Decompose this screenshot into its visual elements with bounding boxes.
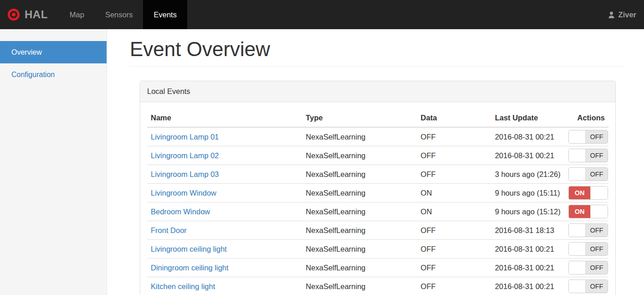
table-row: Front DoorNexaSelfLearningOFF2016-08-31 …: [147, 221, 608, 240]
nav-item-sensors[interactable]: Sensors: [95, 0, 143, 29]
toggle-switch[interactable]: OFF: [568, 261, 608, 274]
brand[interactable]: HAL: [0, 0, 54, 29]
event-name-cell: Livingroom Lamp 01: [147, 127, 302, 146]
event-data-cell: OFF: [417, 240, 491, 259]
event-last-update-cell: 9 hours ago (15:12): [491, 202, 565, 221]
event-name-link[interactable]: Livingroom Lamp 03: [151, 170, 219, 178]
event-type-cell: NexaSelfLearning: [302, 165, 417, 184]
event-last-update-cell: 2016-08-31 00:21: [491, 259, 565, 277]
event-name-cell: Diningroom ceiling light: [147, 259, 302, 277]
event-name-link[interactable]: Livingroom Lamp 02: [151, 151, 219, 160]
toggle-switch-knob: [590, 186, 607, 199]
event-actions-cell: OFF: [565, 146, 608, 165]
toggle-switch-label: OFF: [586, 243, 608, 255]
event-name-cell: Livingroom Lamp 03: [147, 165, 302, 184]
sidebar-item-overview[interactable]: Overview: [0, 41, 107, 63]
event-type-cell: NexaSelfLearning: [302, 184, 417, 202]
navbar-spacer: [187, 0, 600, 29]
event-actions-cell: ON: [565, 202, 608, 221]
toggle-switch[interactable]: OFF: [568, 130, 608, 144]
event-name-cell: Livingroom ceiling light: [147, 240, 302, 259]
navbar-menu: MapSensorsEvents: [59, 0, 187, 29]
toggle-switch[interactable]: ON: [568, 186, 608, 200]
event-name-link[interactable]: Livingroom Lamp 01: [151, 133, 219, 141]
toggle-switch-knob: [569, 130, 586, 143]
event-last-update-cell: 2016-08-31 00:21: [491, 127, 565, 146]
column-header-type: Type: [302, 109, 417, 127]
event-actions-cell: ON: [565, 184, 608, 202]
event-last-update-cell: 3 hours ago (21:26): [491, 165, 565, 184]
table-row: Livingroom Lamp 01NexaSelfLearningOFF201…: [147, 127, 608, 146]
event-data-cell: OFF: [417, 221, 491, 240]
toggle-switch[interactable]: OFF: [568, 167, 608, 181]
table-row: Livingroom Lamp 03NexaSelfLearningOFF3 h…: [147, 165, 608, 184]
page-title: Event Overview: [130, 38, 624, 60]
event-data-cell: OFF: [417, 127, 491, 146]
page-layout: OverviewConfiguration Event Overview Loc…: [0, 29, 644, 295]
event-actions-cell: OFF: [565, 240, 608, 259]
user-name: Ziver: [618, 10, 636, 19]
table-row: Livingroom ceiling lightNexaSelfLearning…: [147, 240, 608, 259]
event-type-cell: NexaSelfLearning: [302, 259, 417, 277]
event-last-update-cell: 2016-08-31 00:21: [491, 277, 565, 295]
nav-item-map[interactable]: Map: [59, 0, 95, 29]
event-actions-cell: OFF: [565, 221, 608, 240]
toggle-switch[interactable]: OFF: [568, 279, 608, 293]
toggle-switch[interactable]: ON: [568, 205, 608, 218]
toggle-switch-label: OFF: [586, 261, 608, 274]
event-name-link[interactable]: Diningroom ceiling light: [151, 264, 229, 272]
toggle-switch-label: ON: [569, 205, 591, 218]
toggle-switch[interactable]: OFF: [568, 223, 608, 237]
table-row: Livingroom Lamp 02NexaSelfLearningOFF201…: [147, 146, 608, 165]
person-icon: [608, 11, 615, 19]
table-row: Diningroom ceiling lightNexaSelfLearning…: [147, 259, 608, 277]
event-type-cell: NexaSelfLearning: [302, 202, 417, 221]
event-name-cell: Livingroom Window: [147, 184, 302, 202]
event-name-link[interactable]: Livingroom Window: [151, 189, 216, 197]
event-data-cell: ON: [417, 202, 491, 221]
event-last-update-cell: 2016-08-31 18:13: [491, 221, 565, 240]
toggle-switch-label: ON: [569, 186, 591, 199]
column-header-actions: Actions: [565, 109, 608, 127]
panel-body: NameTypeDataLast UpdateActions Livingroo…: [140, 102, 615, 295]
toggle-switch-label: OFF: [586, 149, 608, 162]
user-menu[interactable]: Ziver: [600, 0, 644, 29]
toggle-switch[interactable]: OFF: [568, 149, 608, 162]
event-data-cell: OFF: [417, 277, 491, 295]
event-actions-cell: OFF: [565, 127, 608, 146]
column-header-last-update: Last Update: [491, 109, 565, 127]
table-header-row: NameTypeDataLast UpdateActions: [147, 109, 608, 127]
column-header-name: Name: [147, 109, 302, 127]
event-last-update-cell: 9 hours ago (15:11): [491, 184, 565, 202]
sidebar-item-configuration[interactable]: Configuration: [0, 63, 107, 86]
toggle-switch-label: OFF: [586, 130, 608, 143]
event-name-cell: Livingroom Lamp 02: [147, 146, 302, 165]
event-type-cell: NexaSelfLearning: [302, 146, 417, 165]
brand-label: HAL: [25, 8, 48, 21]
nav-item-events[interactable]: Events: [143, 0, 187, 29]
toggle-switch-knob: [569, 280, 586, 293]
table-body: Livingroom Lamp 01NexaSelfLearningOFF201…: [147, 127, 608, 295]
event-name-link[interactable]: Kitchen ceiling light: [151, 282, 215, 290]
event-type-cell: NexaSelfLearning: [302, 127, 417, 146]
event-name-cell: Kitchen ceiling light: [147, 277, 302, 295]
toggle-switch-knob: [590, 205, 607, 218]
toggle-switch[interactable]: OFF: [568, 242, 608, 256]
page-header: Event Overview: [130, 38, 624, 67]
event-last-update-cell: 2016-08-31 00:21: [491, 146, 565, 165]
event-name-link[interactable]: Bedroom Window: [151, 207, 210, 216]
table-row: Kitchen ceiling lightNexaSelfLearningOFF…: [147, 277, 608, 295]
event-name-cell: Front Door: [147, 221, 302, 240]
event-name-link[interactable]: Livingroom ceiling light: [151, 245, 227, 253]
main-content: Event Overview Local Events NameTypeData…: [107, 29, 644, 295]
toggle-switch-knob: [569, 168, 586, 181]
event-actions-cell: OFF: [565, 259, 608, 277]
toggle-switch-label: OFF: [586, 224, 608, 237]
target-logo-icon: [7, 8, 20, 21]
event-name-link[interactable]: Front Door: [151, 226, 187, 234]
toggle-switch-knob: [569, 224, 586, 237]
navbar: HAL MapSensorsEvents Ziver: [0, 0, 644, 29]
toggle-switch-knob: [569, 261, 586, 274]
toggle-switch-knob: [569, 243, 586, 255]
event-data-cell: OFF: [417, 146, 491, 165]
